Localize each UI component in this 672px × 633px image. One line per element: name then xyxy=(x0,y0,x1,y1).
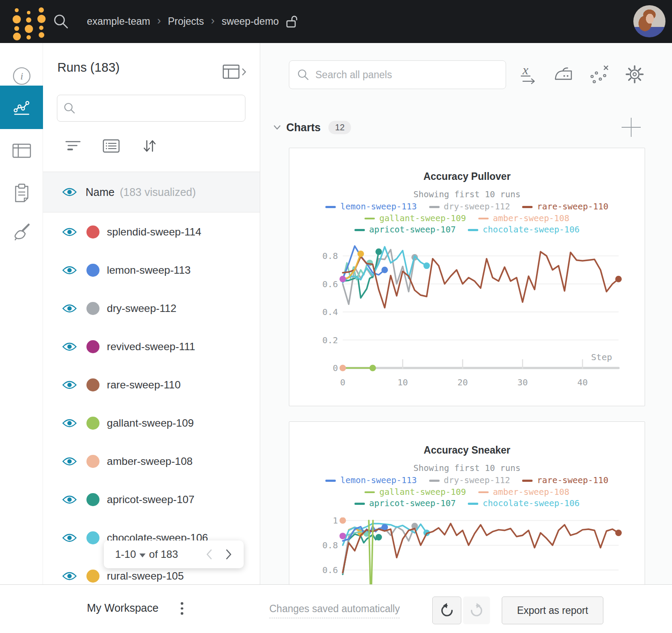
run-row[interactable]: gallant-sweep-109 xyxy=(43,404,260,442)
legend-item[interactable]: dry-sweep-112 xyxy=(429,201,510,213)
svg-text:0.8: 0.8 xyxy=(322,251,338,261)
eye-icon[interactable] xyxy=(62,494,77,505)
eye-icon[interactable] xyxy=(62,456,77,467)
wandb-logo[interactable] xyxy=(12,6,47,38)
search-icon[interactable] xyxy=(53,13,69,29)
broom-icon[interactable] xyxy=(0,210,43,253)
filter-icon[interactable] xyxy=(63,136,83,156)
name-header-label[interactable]: Name xyxy=(86,186,115,199)
redo-button[interactable] xyxy=(463,597,490,624)
page-range[interactable]: 1-10 xyxy=(115,548,136,560)
iron-smoothing-icon[interactable] xyxy=(553,63,574,86)
workspace-title[interactable]: My Workspace xyxy=(87,602,159,614)
svg-text:0.2: 0.2 xyxy=(322,335,338,345)
workspace-main: x xyxy=(260,43,672,584)
run-name[interactable]: rare-sweep-110 xyxy=(107,379,181,391)
run-row[interactable]: revived-sweep-111 xyxy=(43,328,260,366)
legend-item[interactable]: rare-sweep-110 xyxy=(522,201,608,213)
svg-text:1: 1 xyxy=(333,517,338,526)
panel-search-box xyxy=(289,60,506,89)
gear-icon[interactable] xyxy=(624,63,645,86)
run-color-dot xyxy=(86,570,99,583)
next-page-icon[interactable] xyxy=(225,549,232,560)
run-row[interactable]: amber-sweep-108 xyxy=(43,442,260,481)
sort-icon[interactable] xyxy=(139,136,159,156)
legend-item[interactable]: amber-sweep-108 xyxy=(478,213,569,225)
runs-search-input[interactable] xyxy=(80,103,239,114)
runs-title: Runs (183) xyxy=(57,60,119,75)
kebab-menu-icon[interactable] xyxy=(179,600,185,616)
run-color-dot xyxy=(86,225,99,239)
save-status[interactable]: Changes saved automatically xyxy=(269,603,400,618)
line-chart[interactable]: 00.20.40.60.8010203040Step xyxy=(289,244,646,405)
legend-item[interactable]: chocolate-sweep-106 xyxy=(468,224,579,236)
run-name[interactable]: dry-sweep-112 xyxy=(107,302,176,315)
eye-icon[interactable] xyxy=(62,571,77,581)
legend-item[interactable]: chocolate-sweep-106 xyxy=(468,498,579,510)
chevron-down-icon[interactable] xyxy=(273,125,281,130)
breadcrumb-projects[interactable]: Projects xyxy=(168,16,204,27)
legend-item[interactable]: lemon-sweep-113 xyxy=(325,201,417,213)
runs-toolbar xyxy=(63,136,159,156)
chevron-right-icon: › xyxy=(157,14,161,27)
chart-panel-accuracy-sneaker[interactable]: Accuracy Sneaker Showing first 10 runs l… xyxy=(289,421,645,584)
svg-text:0.4: 0.4 xyxy=(322,307,338,317)
panel-search-input[interactable] xyxy=(315,69,498,81)
legend-item[interactable]: apricot-sweep-107 xyxy=(354,224,456,236)
legend-item[interactable]: amber-sweep-108 xyxy=(478,487,569,498)
eye-icon[interactable] xyxy=(62,418,77,428)
eye-icon[interactable] xyxy=(62,303,77,314)
run-name[interactable]: revived-sweep-111 xyxy=(107,341,195,353)
run-color-dot xyxy=(86,264,99,277)
chevron-down-icon[interactable] xyxy=(139,553,146,557)
undo-button[interactable] xyxy=(432,597,461,624)
charts-section-label[interactable]: Charts xyxy=(286,121,321,134)
run-row[interactable]: apricot-sweep-107 xyxy=(43,481,260,519)
x-axis-icon[interactable]: x xyxy=(517,63,538,86)
eye-icon[interactable] xyxy=(62,380,77,390)
prev-page-icon[interactable] xyxy=(205,549,212,560)
run-name[interactable]: splendid-sweep-114 xyxy=(107,226,201,238)
table-icon[interactable] xyxy=(0,129,43,172)
line-chart[interactable]: 0.60.81 xyxy=(289,517,646,584)
chart-panel-accuracy-pullover[interactable]: Accuracy Pullover Showing first 10 runs … xyxy=(289,148,645,406)
run-name[interactable]: amber-sweep-108 xyxy=(107,455,192,467)
search-icon xyxy=(63,102,76,114)
pagination-popup: 1-10 of 183 xyxy=(104,540,244,568)
add-panel-icon[interactable] xyxy=(621,117,642,138)
svg-text:x: x xyxy=(522,63,529,77)
run-row[interactable]: splendid-sweep-114 xyxy=(43,213,260,251)
run-name[interactable]: gallant-sweep-109 xyxy=(107,417,194,429)
avatar[interactable] xyxy=(633,5,665,37)
run-row[interactable]: lemon-sweep-113 xyxy=(43,251,260,289)
outlier-points-icon[interactable] xyxy=(589,63,609,86)
eye-icon[interactable] xyxy=(62,187,77,197)
breadcrumb-team[interactable]: example-team xyxy=(87,16,150,27)
run-row[interactable]: dry-sweep-112 xyxy=(43,289,260,328)
svg-text:0.8: 0.8 xyxy=(322,540,338,550)
eye-icon[interactable] xyxy=(62,227,77,237)
svg-text:0: 0 xyxy=(340,377,345,388)
export-report-button[interactable]: Export as report xyxy=(502,597,603,624)
breadcrumb-project[interactable]: sweep-demo xyxy=(222,16,279,27)
chart-title: Accuracy Sneaker xyxy=(289,444,645,456)
table-expand-icon[interactable] xyxy=(222,64,247,80)
run-name[interactable]: lemon-sweep-113 xyxy=(107,264,191,276)
eye-icon[interactable] xyxy=(62,533,77,543)
legend-item[interactable]: gallant-sweep-109 xyxy=(364,487,466,498)
legend-item[interactable]: apricot-sweep-107 xyxy=(354,498,456,510)
run-list: splendid-sweep-114 lemon-sweep-113 dry-s… xyxy=(43,213,260,584)
legend-item[interactable]: rare-sweep-110 xyxy=(522,475,608,487)
legend-item[interactable]: dry-sweep-112 xyxy=(429,475,510,487)
list-settings-icon[interactable] xyxy=(101,136,121,156)
line-chart-icon[interactable] xyxy=(0,86,43,129)
legend-item[interactable]: gallant-sweep-109 xyxy=(364,213,466,225)
run-row[interactable]: rare-sweep-110 xyxy=(43,366,260,404)
eye-icon[interactable] xyxy=(62,341,77,352)
legend-item[interactable]: lemon-sweep-113 xyxy=(325,475,417,487)
run-name[interactable]: apricot-sweep-107 xyxy=(107,494,195,506)
run-color-dot xyxy=(86,493,99,506)
eye-icon[interactable] xyxy=(62,265,77,275)
notes-icon[interactable] xyxy=(0,172,43,215)
run-name[interactable]: rural-sweep-105 xyxy=(107,570,184,582)
